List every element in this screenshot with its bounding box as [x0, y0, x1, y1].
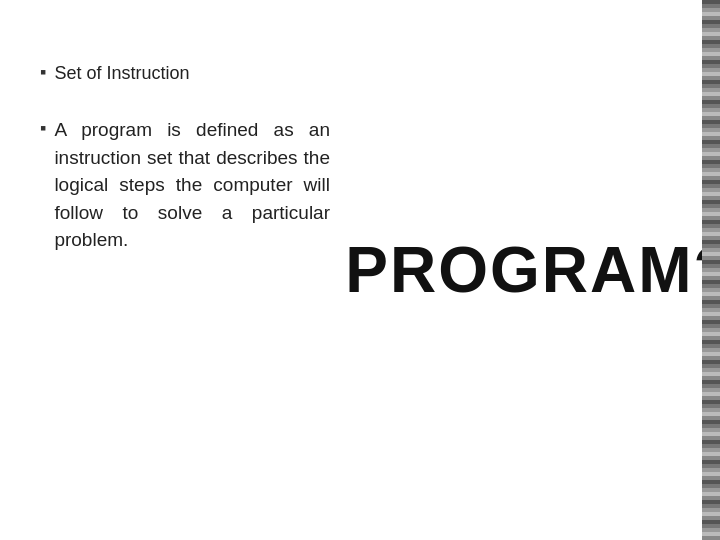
bullet-marker-2: ▪	[40, 118, 46, 139]
program-label: PROGRAM?	[345, 233, 720, 307]
slide-container: ▪ Set of Instruction ▪ A program is defi…	[0, 0, 720, 540]
bullet-item-1: ▪ Set of Instruction	[40, 60, 330, 86]
right-edge-decoration	[702, 0, 720, 540]
bullet-text-1: Set of Instruction	[54, 60, 189, 86]
right-panel: PROGRAM?	[360, 0, 720, 540]
left-panel: ▪ Set of Instruction ▪ A program is defi…	[0, 0, 360, 540]
bullet-item-2: ▪ A program is defined as an instruction…	[40, 116, 330, 254]
bullet-marker-1: ▪	[40, 62, 46, 83]
bullet-text-2: A program is defined as an instruction s…	[54, 116, 330, 254]
